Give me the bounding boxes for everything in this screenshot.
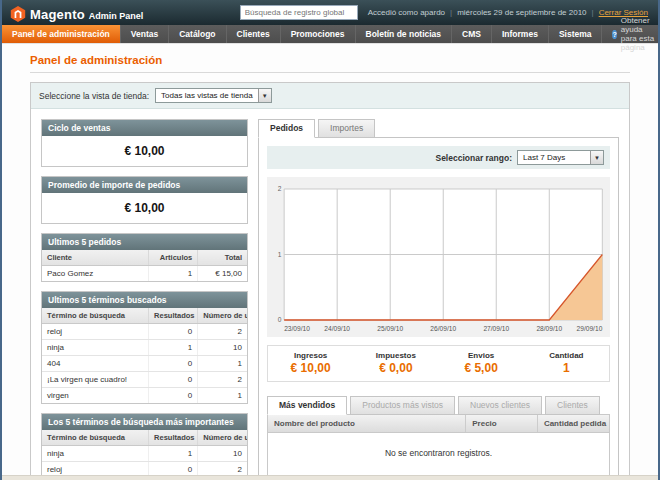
grid-tab-3: Clientes [545, 396, 600, 415]
table-row: virgen01 [42, 388, 247, 404]
column-header: Precio [466, 415, 538, 433]
average-orders-value: € 10,00 [42, 193, 247, 223]
nav-item-1[interactable]: Ventas [121, 25, 169, 43]
svg-text:26/09/10: 26/09/10 [430, 325, 456, 332]
column-header: Número de usos [198, 308, 247, 324]
totals-row: Ingresos € 10,00 Impuestos € 0,00 Envios… [267, 345, 610, 382]
svg-text:23/09/10: 23/09/10 [284, 325, 310, 332]
lifetime-sales-value: € 10,00 [42, 136, 247, 166]
chevron-down-icon: ▼ [258, 89, 271, 102]
nav-item-4[interactable]: Promociones [281, 25, 356, 43]
nav-item-2[interactable]: Catálogo [169, 25, 226, 43]
grid-tabs: Más vendidosProductos más vistosNuevos c… [267, 396, 610, 415]
last-orders-box: Ultimos 5 pedidos Cliente Articulos Tota… [41, 233, 248, 282]
nav-item-8[interactable]: Sistema [549, 25, 603, 43]
column-header: Total [198, 250, 247, 266]
svg-text:24/09/10: 24/09/10 [324, 325, 350, 332]
magento-logo: Magento Admin Panel [10, 3, 143, 22]
column-header: Articulos [149, 250, 198, 266]
nav-item-3[interactable]: Clientes [227, 25, 281, 43]
help-icon: ? [612, 30, 616, 39]
average-orders-box: Promedio de importe de pedidos € 10,00 [41, 176, 248, 224]
last-search-terms-box: Ultimos 5 términos buscados Término de b… [41, 291, 248, 404]
last-search-terms-title: Ultimos 5 términos buscados [42, 292, 247, 308]
brand-name: Magento [30, 7, 85, 22]
range-label: Seleccionar rango: [435, 153, 512, 163]
column-header: Cliente [42, 250, 149, 266]
column-header: Resultados [149, 430, 198, 446]
top-search-terms-title: Los 5 términos de búsqueda más important… [42, 414, 247, 430]
table-row: 40401 [42, 356, 247, 372]
last-orders-title: Ultimos 5 pedidos [42, 234, 247, 250]
store-view-select[interactable]: Todas las vistas de tienda ▼ [155, 88, 272, 103]
svg-text:0: 0 [278, 316, 282, 323]
stat-envios: Envios € 5,00 [439, 351, 524, 375]
table-row: ninja110 [42, 340, 247, 356]
svg-text:29/09/10: 29/09/10 [577, 325, 603, 332]
svg-text:25/09/10: 25/09/10 [377, 325, 403, 332]
column-header: Término de búsqueda [42, 430, 149, 446]
range-select[interactable]: Last 7 Days ▼ [517, 150, 604, 165]
main-nav: Panel de administraciónVentasCatálogoCli… [2, 25, 658, 44]
grid-tab-1: Productos más vistos [350, 396, 455, 415]
orders-panel: Seleccionar rango: Last 7 Days ▼ 01223/0… [258, 137, 619, 480]
store-switcher-label: Seleccione la vista de tienda: [39, 91, 149, 101]
column-header: Cantidad pedida [537, 415, 609, 433]
column-header: Número de usos [198, 430, 247, 446]
stat-ingresos: Ingresos € 10,00 [268, 351, 353, 375]
nav-item-7[interactable]: Informes [492, 25, 549, 43]
nav-item-5[interactable]: Boletín de noticias [356, 25, 453, 43]
nav-items: Panel de administraciónVentasCatálogoCli… [2, 25, 602, 43]
diagram-tabs: Pedidos Importes [258, 119, 619, 138]
lifetime-sales-title: Ciclo de ventas [42, 120, 247, 136]
page-title: Panel de administración [30, 54, 630, 73]
logged-in-as: Accedió como apardo [368, 8, 445, 17]
orders-chart: 01223/09/1024/09/1025/09/1026/09/1027/09… [267, 177, 610, 337]
empty-records-message: No se encontraron registros. [268, 433, 609, 478]
dashboard-left-column: Ciclo de ventas € 10,00 Promedio de impo… [41, 119, 248, 480]
store-switcher-bar: Seleccione la vista de tienda: Todas las… [31, 83, 629, 109]
dashboard-container: Seleccione la vista de tienda: Todas las… [30, 82, 630, 480]
stat-cantidad: Cantidad 1 [524, 351, 609, 375]
grid-tab-0[interactable]: Más vendidos [267, 396, 347, 415]
average-orders-title: Promedio de importe de pedidos [42, 177, 247, 193]
help-link[interactable]: ? Obtener ayuda para esta página [602, 25, 660, 43]
last-search-rows: reloj02ninja11040401¡La virgen que cuadr… [42, 324, 247, 404]
brand-suffix: Admin Panel [89, 11, 144, 21]
svg-text:1: 1 [278, 251, 282, 258]
column-header: Término de búsqueda [42, 308, 149, 324]
svg-text:28/09/10: 28/09/10 [536, 325, 562, 332]
window-bottom-edge [2, 475, 658, 480]
table-row: reloj02 [42, 324, 247, 340]
nav-item-6[interactable]: CMS [452, 25, 492, 43]
app-header: Magento Admin Panel Accedió como apardo … [2, 0, 658, 25]
top-search-terms-box: Los 5 términos de búsqueda más important… [41, 413, 248, 480]
current-date: miércoles 29 de septiembre de 2010 [457, 8, 586, 17]
column-header: Nombre del producto [268, 415, 466, 433]
bestsellers-grid: Nombre del producto Precio Cantidad pedi… [267, 414, 610, 478]
nav-item-0[interactable]: Panel de administración [2, 25, 121, 43]
orders-area-chart: 01223/09/1024/09/1025/09/1026/09/1027/09… [269, 183, 608, 335]
global-search-input[interactable] [240, 5, 358, 20]
column-header: Resultados [149, 308, 198, 324]
dashboard-right-column: Pedidos Importes Seleccionar rango: Last… [258, 119, 619, 480]
chevron-down-icon: ▼ [590, 151, 603, 164]
help-label: Obtener ayuda para esta página [621, 16, 655, 52]
lifetime-sales-box: Ciclo de ventas € 10,00 [41, 119, 248, 167]
table-row: ¡La virgen que cuadro!02 [42, 372, 247, 388]
svg-text:2: 2 [278, 185, 282, 192]
grid-tab-2: Nuevos clientes [458, 396, 542, 415]
last-orders-rows: Paco Gomez1€ 15,00 [42, 266, 247, 282]
range-bar: Seleccionar rango: Last 7 Days ▼ [267, 146, 610, 169]
tab-importes[interactable]: Importes [318, 119, 375, 138]
magento-admin-window: Magento Admin Panel Accedió como apardo … [0, 0, 660, 480]
svg-text:27/09/10: 27/09/10 [483, 325, 509, 332]
magento-logo-icon [10, 6, 26, 22]
table-row: Paco Gomez1€ 15,00 [42, 266, 247, 282]
stat-impuestos: Impuestos € 0,00 [353, 351, 438, 375]
tab-pedidos[interactable]: Pedidos [258, 119, 315, 138]
table-row: ninja110 [42, 446, 247, 462]
